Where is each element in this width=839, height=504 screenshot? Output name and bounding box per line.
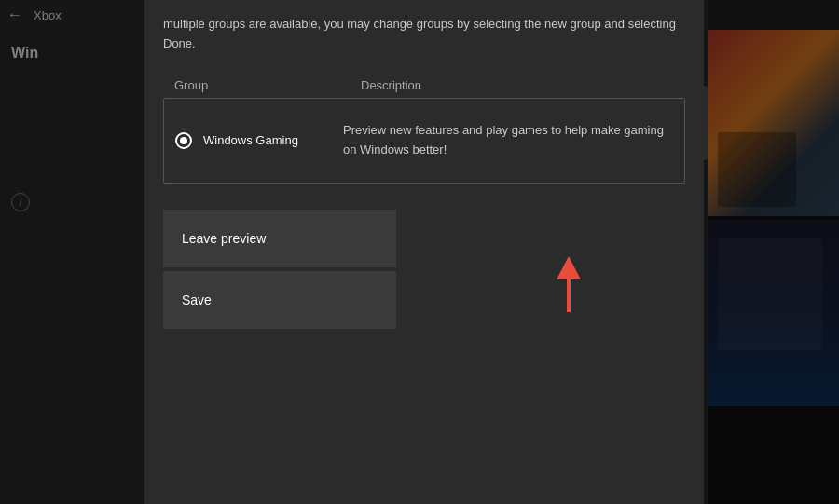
arrow-indicator — [517, 252, 592, 320]
arrow-svg — [517, 252, 592, 317]
save-button[interactable]: Save — [163, 271, 396, 329]
group-description: Preview new features and play games to h… — [343, 121, 673, 160]
leave-preview-button[interactable]: Leave preview — [163, 210, 396, 267]
radio-button[interactable] — [175, 132, 192, 149]
groups-table: Group Description Windows Gaming Preview… — [163, 73, 685, 184]
modal-dialog: multiple groups are available, you may c… — [144, 0, 704, 504]
radio-button-inner — [180, 137, 187, 144]
modal-header-text: multiple groups are available, you may c… — [163, 15, 685, 54]
table-row[interactable]: Windows Gaming Preview new features and … — [164, 99, 684, 183]
radio-cell[interactable]: Windows Gaming — [175, 132, 343, 149]
modal-buttons: Leave preview Save — [163, 210, 685, 329]
group-column-header: Group — [174, 78, 361, 92]
desc-column-header: Description — [361, 78, 674, 92]
svg-marker-1 — [557, 256, 581, 279]
table-body: Windows Gaming Preview new features and … — [163, 98, 685, 184]
group-name-label: Windows Gaming — [203, 133, 298, 147]
table-header: Group Description — [163, 73, 685, 98]
